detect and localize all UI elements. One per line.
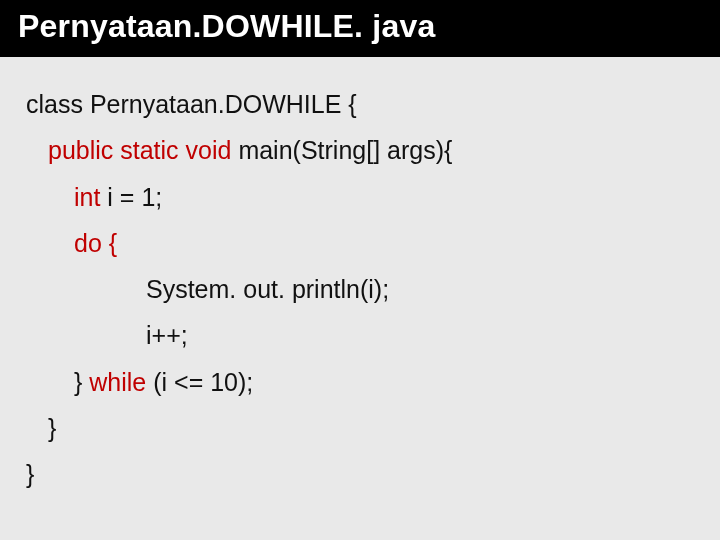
code-line-4: do { — [26, 220, 694, 266]
code-line-3: int i = 1; — [26, 174, 694, 220]
code-text: } — [48, 414, 56, 442]
code-line-6: i++; — [26, 312, 694, 358]
keyword-while: while — [89, 368, 146, 396]
code-line-1: class Pernyataan.DOWHILE { — [26, 81, 694, 127]
keyword-int: int — [74, 183, 100, 211]
code-text: i = 1; — [100, 183, 162, 211]
code-text: (i <= 10); — [146, 368, 253, 396]
slide: Pernyataan.DOWHILE. java class Pernyataa… — [0, 0, 720, 540]
code-line-8: } — [26, 405, 694, 451]
code-block: class Pernyataan.DOWHILE { public static… — [0, 57, 720, 497]
slide-title-bar: Pernyataan.DOWHILE. java — [0, 0, 720, 57]
code-text: class Pernyataan.DOWHILE { — [26, 90, 357, 118]
code-text: } — [26, 460, 34, 488]
keyword-do: do { — [74, 229, 117, 257]
code-text: System. out. println(i); — [146, 275, 389, 303]
code-line-7: } while (i <= 10); — [26, 359, 694, 405]
code-text: main(String[] args){ — [231, 136, 452, 164]
slide-title: Pernyataan.DOWHILE. java — [18, 8, 435, 44]
code-text: i++; — [146, 321, 188, 349]
keyword-public-static-void: public static void — [48, 136, 231, 164]
code-line-2: public static void main(String[] args){ — [26, 127, 694, 173]
code-line-5: System. out. println(i); — [26, 266, 694, 312]
code-line-9: } — [26, 451, 694, 497]
code-text: } — [74, 368, 89, 396]
